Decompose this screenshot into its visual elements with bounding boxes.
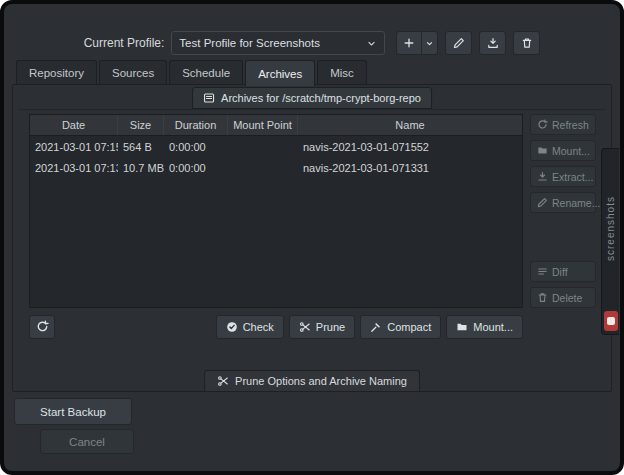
column-header-name[interactable]: Name	[298, 115, 522, 135]
prune-options-label: Prune Options and Archive Naming	[235, 375, 407, 387]
trash-icon	[537, 292, 548, 303]
import-profile-button[interactable]	[479, 31, 506, 55]
scissors-icon	[217, 375, 229, 387]
refresh-icon	[537, 119, 548, 130]
archive-actions: Refresh Mount... Extract... Rename...	[530, 114, 596, 308]
dock-tab-label: screenshots	[605, 149, 616, 309]
cell-duration: 0:00:00	[164, 157, 228, 178]
button-label: Mount...	[473, 321, 513, 333]
compact-button[interactable]: Compact	[360, 315, 441, 339]
refresh-list-button[interactable]	[29, 315, 55, 339]
button-label: Delete	[552, 292, 582, 304]
cell-mount-point	[228, 136, 298, 157]
table-footer: Check Prune Compact	[29, 314, 523, 339]
edit-icon	[537, 197, 548, 208]
add-profile-dropdown[interactable]	[422, 31, 438, 55]
table-header: Date Size Duration Mount Point Name	[30, 115, 522, 136]
extract-icon	[537, 171, 548, 182]
mount-archive-button[interactable]: Mount...	[530, 140, 596, 161]
profile-bar: Current Profile: Test Profile for Screen…	[4, 30, 620, 56]
archives-panel: Archives for /scratch/tmp-crypt-borg-rep…	[12, 84, 612, 392]
button-label: Refresh	[552, 119, 589, 131]
button-label: Check	[243, 321, 274, 333]
archive-icon	[203, 92, 215, 104]
prune-options-toggle[interactable]: Prune Options and Archive Naming	[204, 370, 420, 391]
rename-archive-button[interactable]: Rename...	[530, 192, 596, 213]
dock-app-icon[interactable]	[604, 311, 618, 331]
refresh-icon	[36, 320, 49, 333]
start-backup-button[interactable]: Start Backup	[14, 398, 132, 425]
button-label: Mount...	[552, 145, 590, 157]
mount-button[interactable]: Mount...	[446, 315, 523, 339]
table-row[interactable]: 2021-03-01 07:13 10.7 MB 0:00:00 navis-2…	[30, 157, 522, 178]
archives-table: Date Size Duration Mount Point Name 2021…	[29, 114, 523, 308]
edit-icon	[453, 37, 465, 49]
repo-archives-tab[interactable]: Archives for /scratch/tmp-crypt-borg-rep…	[192, 87, 432, 109]
column-header-mount-point[interactable]: Mount Point	[228, 115, 298, 135]
divider	[18, 109, 606, 110]
folder-icon	[456, 321, 468, 333]
check-circle-icon	[226, 321, 238, 333]
repo-archives-tab-label: Archives for /scratch/tmp-crypt-borg-rep…	[221, 92, 421, 104]
tab-repository[interactable]: Repository	[16, 60, 97, 85]
tab-archives[interactable]: Archives	[245, 60, 315, 86]
diff-archives-button[interactable]: Diff	[530, 261, 596, 282]
trash-icon	[521, 37, 533, 49]
column-header-duration[interactable]: Duration	[164, 115, 228, 135]
tab-sources[interactable]: Sources	[99, 60, 167, 85]
current-profile-label: Current Profile:	[84, 36, 165, 50]
cell-name: navis-2021-03-01-071331	[298, 157, 522, 178]
profile-select[interactable]: Test Profile for Screenshots	[171, 31, 385, 55]
side-dock-tab[interactable]: screenshots	[601, 148, 619, 335]
import-icon	[487, 37, 499, 49]
button-label: Prune	[316, 321, 345, 333]
refresh-archive-button[interactable]: Refresh	[530, 114, 596, 135]
cell-mount-point	[228, 157, 298, 178]
plus-icon	[403, 37, 415, 49]
scissors-icon	[299, 321, 311, 333]
cell-duration: 0:00:00	[164, 136, 228, 157]
extract-archive-button[interactable]: Extract...	[530, 166, 596, 187]
diff-icon	[537, 266, 548, 277]
cell-name: navis-2021-03-01-071552	[298, 136, 522, 157]
add-profile-split-button	[396, 31, 438, 55]
chevron-down-icon	[425, 39, 434, 48]
cell-size: 564 B	[118, 136, 164, 157]
button-label: Extract...	[552, 171, 593, 183]
prune-button[interactable]: Prune	[289, 315, 355, 339]
button-label: Diff	[552, 266, 568, 278]
button-label: Compact	[387, 321, 431, 333]
column-header-size[interactable]: Size	[118, 115, 164, 135]
column-header-date[interactable]: Date	[30, 115, 118, 135]
button-label: Rename...	[552, 197, 600, 209]
tab-misc[interactable]: Misc	[317, 60, 367, 85]
dock-app-icon-glyph	[607, 317, 615, 325]
delete-archive-button[interactable]: Delete	[530, 287, 596, 308]
spacer	[530, 218, 596, 256]
app-window: Current Profile: Test Profile for Screen…	[0, 0, 624, 475]
folder-icon	[537, 145, 548, 156]
tab-schedule[interactable]: Schedule	[169, 60, 243, 85]
add-profile-button[interactable]	[396, 31, 422, 55]
profile-select-value: Test Profile for Screenshots	[179, 37, 320, 49]
archive-operations: Check Prune Compact	[216, 315, 523, 339]
delete-profile-button[interactable]	[513, 31, 540, 55]
broom-icon	[370, 321, 382, 333]
cell-date: 2021-03-01 07:13	[30, 157, 118, 178]
cell-size: 10.7 MB	[118, 157, 164, 178]
cell-date: 2021-03-01 07:15	[30, 136, 118, 157]
edit-profile-button[interactable]	[445, 31, 472, 55]
table-row[interactable]: 2021-03-01 07:15 564 B 0:00:00 navis-202…	[30, 136, 522, 157]
check-button[interactable]: Check	[216, 315, 284, 339]
main-tabbar: Repository Sources Schedule Archives Mis…	[12, 59, 612, 85]
cancel-button[interactable]: Cancel	[40, 429, 134, 454]
chevron-down-icon	[366, 38, 377, 49]
